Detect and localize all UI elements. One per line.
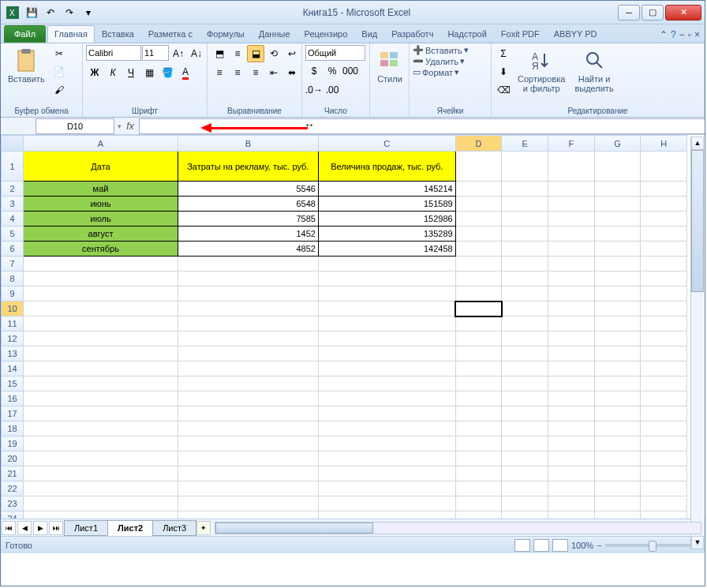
cell-G7[interactable] [594, 257, 641, 272]
cell-A2[interactable]: май [24, 182, 178, 197]
cell-A20[interactable] [24, 451, 178, 466]
cell-G9[interactable] [594, 287, 641, 301]
cell-F16[interactable] [548, 391, 595, 406]
autosum-icon[interactable]: Σ [495, 45, 512, 62]
cell-A21[interactable] [24, 466, 178, 481]
cell-F23[interactable] [548, 496, 595, 511]
cell-F8[interactable] [548, 272, 595, 287]
cell-H8[interactable] [641, 272, 687, 287]
cell-H6[interactable] [641, 242, 687, 257]
cell-G4[interactable] [594, 212, 641, 227]
cell-B8[interactable] [178, 272, 318, 287]
row-header[interactable]: 22 [2, 481, 24, 496]
cell-B20[interactable] [178, 451, 318, 466]
row-header[interactable]: 19 [2, 436, 24, 451]
cell-B19[interactable] [178, 436, 318, 451]
cell-B6[interactable]: 4852 [178, 242, 318, 257]
cell-G24[interactable] [594, 511, 641, 519]
row-header[interactable]: 12 [2, 331, 24, 346]
cell-E24[interactable] [502, 511, 548, 519]
cell-C12[interactable] [318, 331, 455, 346]
cell-E22[interactable] [502, 481, 548, 496]
cell-D3[interactable] [455, 197, 502, 212]
cell-B2[interactable]: 5546 [178, 182, 318, 197]
cell-A22[interactable] [24, 481, 178, 496]
cell-B22[interactable] [178, 481, 318, 496]
row-header[interactable]: 5 [2, 227, 24, 242]
cell-F19[interactable] [548, 436, 595, 451]
cell-D21[interactable] [455, 466, 502, 481]
paste-button[interactable]: Вставить [4, 45, 49, 86]
cell-E18[interactable] [502, 421, 548, 436]
cell-D9[interactable] [455, 287, 502, 301]
view-pagebreak-icon[interactable] [552, 539, 568, 552]
cell-C18[interactable] [318, 421, 455, 436]
cell-E17[interactable] [502, 406, 548, 421]
cell-G8[interactable] [594, 272, 641, 287]
cell-E23[interactable] [502, 496, 548, 511]
cell-E13[interactable] [502, 346, 548, 361]
align-center-icon[interactable]: ≡ [229, 64, 246, 81]
cell-E7[interactable] [502, 257, 548, 272]
cell-F9[interactable] [548, 287, 595, 301]
cell-G22[interactable] [594, 481, 641, 496]
sort-filter-button[interactable]: AЯ Сортировка и фильтр [514, 45, 569, 96]
row-header[interactable]: 16 [2, 391, 24, 406]
sheet-nav-first-icon[interactable]: ⏮ [2, 521, 16, 535]
row-header[interactable]: 14 [2, 361, 24, 376]
cell-E9[interactable] [502, 287, 548, 301]
increase-font-icon[interactable]: A↑ [170, 45, 187, 62]
col-header-E[interactable]: E [502, 136, 548, 152]
cell-H5[interactable] [641, 227, 687, 242]
col-header-D[interactable]: D [455, 136, 502, 152]
row-header[interactable]: 18 [2, 421, 24, 436]
row-header[interactable]: 15 [2, 376, 24, 391]
tab-insert[interactable]: Вставка [95, 25, 141, 43]
tab-data[interactable]: Данные [252, 25, 297, 43]
number-format-select[interactable] [305, 45, 365, 61]
cell-H7[interactable] [641, 257, 687, 272]
cell-E3[interactable] [502, 197, 548, 212]
cell-F10[interactable] [548, 301, 595, 316]
cell-D15[interactable] [455, 376, 502, 391]
orientation-icon[interactable]: ⟲ [265, 45, 282, 62]
currency-icon[interactable]: $ [305, 62, 323, 80]
cell-F13[interactable] [548, 346, 595, 361]
cell-D14[interactable] [455, 361, 502, 376]
cell-C6[interactable]: 142458 [318, 242, 455, 257]
select-all-corner[interactable] [2, 136, 24, 152]
cell-D16[interactable] [455, 391, 502, 406]
cell-B18[interactable] [178, 421, 318, 436]
cell-G2[interactable] [594, 182, 641, 197]
cell-H12[interactable] [641, 331, 687, 346]
row-header[interactable]: 8 [2, 272, 24, 287]
percent-icon[interactable]: % [324, 62, 341, 80]
cut-icon[interactable]: ✂ [50, 45, 68, 62]
tab-developer[interactable]: Разработч [384, 25, 440, 43]
cell-C8[interactable] [318, 272, 455, 287]
delete-cells-button[interactable]: ➖Удалить ▾ [413, 56, 465, 66]
cell-H1[interactable] [641, 152, 687, 182]
tab-layout[interactable]: Разметка с [141, 25, 200, 43]
cell-F2[interactable] [548, 182, 595, 197]
cell-F5[interactable] [548, 227, 595, 242]
zoom-level[interactable]: 100% [571, 541, 593, 550]
close-button[interactable]: ✕ [665, 5, 701, 21]
cell-B24[interactable] [178, 511, 318, 519]
cell-A7[interactable] [24, 257, 178, 272]
cell-H16[interactable] [641, 391, 687, 406]
comma-icon[interactable]: 000 [342, 62, 359, 80]
cell-C2[interactable]: 145214 [318, 182, 455, 197]
row-header[interactable]: 4 [2, 212, 24, 227]
cell-A19[interactable] [24, 436, 178, 451]
cell-G15[interactable] [594, 376, 641, 391]
row-header[interactable]: 1 [2, 152, 24, 182]
cell-B21[interactable] [178, 466, 318, 481]
cell-A24[interactable] [24, 511, 178, 519]
cell-H21[interactable] [641, 466, 687, 481]
border-icon[interactable]: ▦ [140, 64, 158, 81]
cell-C24[interactable] [318, 511, 455, 519]
help-icon[interactable]: ? [671, 29, 676, 40]
cell-D17[interactable] [455, 406, 502, 421]
redo-icon[interactable]: ↷ [61, 4, 78, 21]
